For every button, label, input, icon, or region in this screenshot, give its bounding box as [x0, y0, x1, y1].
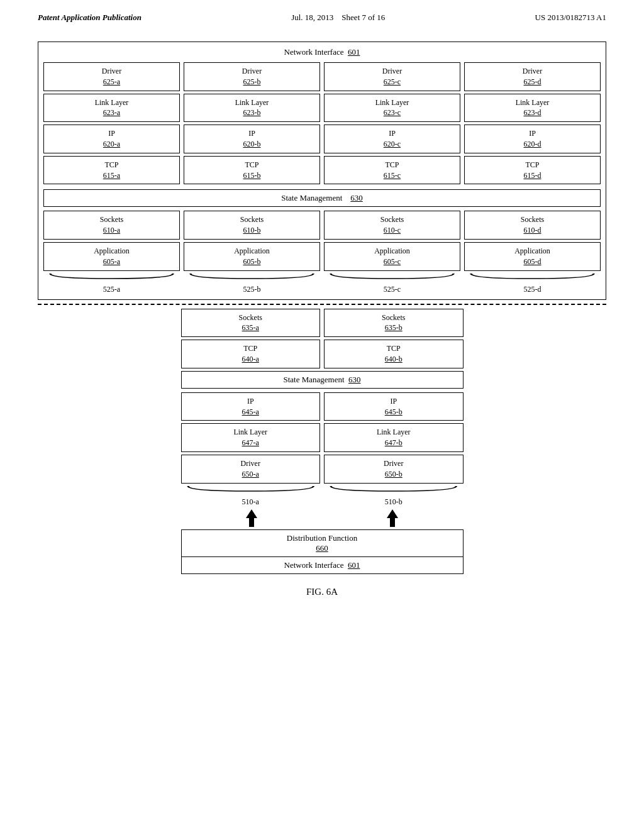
driver-625a: Driver625-a — [43, 62, 180, 91]
tcp-615a: TCP615-a — [43, 156, 180, 185]
sockets-610a: Sockets610-a — [43, 211, 180, 240]
ip-620c: IP620-c — [324, 124, 460, 153]
mid-spacer-right — [467, 309, 607, 368]
arrow-up-left — [246, 509, 257, 527]
brace-525b: 525-b — [184, 272, 320, 294]
header-date: Jul. 18, 2013 — [291, 13, 333, 22]
app-605d: Application605-d — [464, 242, 601, 271]
dashed-separator — [38, 304, 606, 305]
header-center: Jul. 18, 2013 Sheet 7 of 16 — [291, 13, 385, 23]
top-ni-title: Network Interface 601 — [43, 47, 601, 57]
app-605b: Application605-b — [184, 242, 320, 271]
ip-620a: IP620-a — [43, 124, 180, 153]
linklayer-623a: Link Layer623-a — [43, 94, 180, 123]
sockets-610b: Sockets610-b — [184, 211, 320, 240]
ip-645a: IP645-a — [181, 392, 321, 421]
bottom-spacer-left — [38, 371, 177, 574]
tcp-615b: TCP615-b — [184, 156, 320, 185]
brace-525d: 525-d — [464, 272, 601, 294]
diagram: Network Interface 601 Driver625-a Link L… — [38, 42, 606, 597]
state-mgmt-2-box: State Management 630 — [181, 371, 464, 389]
ip-645b: IP645-b — [324, 392, 464, 421]
linklayer-623c: Link Layer623-c — [324, 94, 460, 123]
header-right: US 2013/0182713 A1 — [535, 13, 606, 23]
app-605a: Application605-a — [43, 242, 180, 271]
col-a: Driver625-a Link Layer623-a IP620-a TCP6… — [43, 62, 180, 184]
bottom-content: State Management 630 IP645-a Link Layer6… — [181, 371, 464, 574]
sockets-635a: Sockets635-a — [181, 309, 321, 338]
tcp-640b: TCP640-b — [324, 340, 464, 368]
sockets-col-b: Sockets610-b Application605-b — [184, 211, 320, 270]
app-605c: Application605-c — [324, 242, 460, 271]
linklayer-623d: Link Layer623-d — [464, 94, 601, 123]
svg-marker-1 — [387, 509, 398, 527]
col-d: Driver625-d Link Layer623-d IP620-d TCP6… — [464, 62, 601, 184]
ip-620b: IP620-b — [184, 124, 320, 153]
mid-area: Sockets635-a TCP640-a Sockets635-b TCP64… — [38, 309, 606, 368]
ip-620d: IP620-d — [464, 124, 601, 153]
driver-625d: Driver625-d — [464, 62, 601, 91]
driver-625c: Driver625-c — [324, 62, 460, 91]
brace-row-525: 525-a 525-b 525-c — [43, 272, 601, 294]
driver-650b: Driver650-b — [324, 455, 464, 484]
bottom-col-a: IP645-a Link Layer647-a Driver650-a — [181, 392, 321, 484]
bottom-col-b: IP645-b Link Layer647-b Driver650-b — [324, 392, 464, 484]
bottom-ni-box: Network Interface 601 — [181, 557, 464, 574]
fig-label: FIG. 6A — [306, 587, 338, 597]
tcp-640a: TCP640-a — [181, 340, 321, 368]
sockets-four-col: Sockets610-a Application605-a Sockets610… — [43, 211, 601, 270]
bottom-spacer-right — [467, 371, 607, 574]
two-arrows — [181, 509, 464, 527]
header-left: Patent Application Publication — [38, 13, 142, 23]
mid-two-col: Sockets635-a TCP640-a Sockets635-b TCP64… — [181, 309, 464, 368]
brace-row-510: 510-a 510-b — [181, 485, 464, 507]
state-mgmt-1: State Management 630 — [43, 189, 601, 207]
bottom-two-col: IP645-a Link Layer647-a Driver650-a IP64… — [181, 392, 464, 484]
driver-625b: Driver625-b — [184, 62, 320, 91]
brace-510a: 510-a — [181, 485, 321, 507]
sockets-col-c: Sockets610-c Application605-c — [324, 211, 460, 270]
brace-525a: 525-a — [43, 272, 180, 294]
mid-spacer-left — [38, 309, 177, 368]
linklayer-623b: Link Layer623-b — [184, 94, 320, 123]
sockets-610c: Sockets610-c — [324, 211, 460, 240]
sockets-610d: Sockets610-d — [464, 211, 601, 240]
top-four-col: Driver625-a Link Layer623-a IP620-a TCP6… — [43, 62, 601, 184]
brace-510b: 510-b — [324, 485, 464, 507]
mid-col-c: Sockets635-b TCP640-b — [324, 309, 464, 368]
col-b: Driver625-b Link Layer623-b IP620-b TCP6… — [184, 62, 320, 184]
mid-col-b: Sockets635-a TCP640-a — [181, 309, 321, 368]
page-header: Patent Application Publication Jul. 18, … — [38, 13, 606, 23]
page: Patent Application Publication Jul. 18, … — [0, 0, 644, 830]
header-sheet: Sheet 7 of 16 — [341, 13, 385, 22]
arrow-up-right — [387, 509, 398, 527]
sockets-col-d: Sockets610-d Application605-d — [464, 211, 601, 270]
col-c: Driver625-c Link Layer623-c IP620-c TCP6… — [324, 62, 460, 184]
dist-func-box: Distribution Function660 — [181, 529, 464, 557]
linklayer-647b: Link Layer647-b — [324, 423, 464, 452]
brace-525c: 525-c — [324, 272, 460, 294]
sockets-col-a: Sockets610-a Application605-a — [43, 211, 180, 270]
svg-marker-0 — [246, 509, 257, 527]
mid-content: Sockets635-a TCP640-a Sockets635-b TCP64… — [181, 309, 464, 368]
top-network-interface-box: Network Interface 601 Driver625-a Link L… — [38, 42, 606, 300]
sockets-635b: Sockets635-b — [324, 309, 464, 338]
linklayer-647a: Link Layer647-a — [181, 423, 321, 452]
tcp-615d: TCP615-d — [464, 156, 601, 185]
bottom-area: State Management 630 IP645-a Link Layer6… — [38, 371, 606, 574]
tcp-615c: TCP615-c — [324, 156, 460, 185]
driver-650a: Driver650-a — [181, 455, 321, 484]
